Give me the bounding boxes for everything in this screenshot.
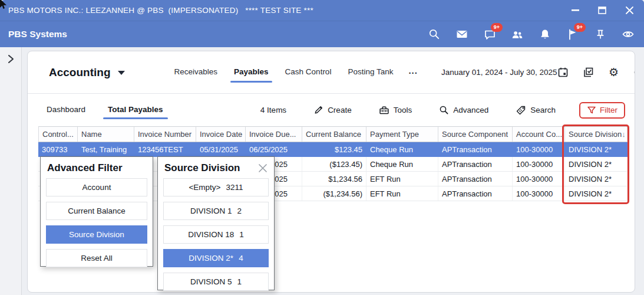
cell-name: Test, Training: [78, 142, 134, 156]
cell-payment-type: EFT Run: [366, 172, 438, 186]
sort-descending-icon: ↓: [622, 130, 627, 139]
cell-account-code: 100-30000: [513, 186, 565, 201]
column-header-control[interactable]: Control...: [38, 127, 78, 142]
division-option-2[interactable]: DIVISION 2* 4: [163, 249, 269, 267]
advanced-filter-panel: Advanced Filter Account Current Balance …: [40, 156, 153, 267]
module-tabs: Receivables Payables Cash Control Postin…: [173, 64, 418, 81]
pencil-icon: [313, 105, 323, 115]
side-rail: [0, 47, 22, 295]
filter-label: Filter: [600, 106, 617, 114]
mouse-cursor: [0, 0, 8, 11]
cell-account-code: 100-30000: [513, 172, 565, 186]
cell-source-component: APTransaction: [438, 186, 513, 201]
module-selector[interactable]: Accounting: [49, 66, 125, 79]
tab-dashboard[interactable]: Dashboard: [45, 100, 87, 120]
maximize-icon: [598, 6, 606, 14]
view-toolbar: Dashboard Total Payables 4 Items Create: [28, 94, 635, 126]
column-header-name[interactable]: Name: [78, 127, 134, 142]
tab-cash-control[interactable]: Cash Control: [284, 64, 333, 81]
tab-receivables[interactable]: Receivables: [173, 64, 219, 81]
filter-option-source-division[interactable]: Source Division: [46, 225, 147, 244]
cell-account-code: 100-30000: [513, 142, 565, 156]
tab-payables[interactable]: Payables: [233, 64, 270, 81]
chat-badge: 9+: [491, 23, 503, 32]
minimize-icon: [572, 9, 579, 11]
advanced-filter-title: Advanced Filter: [47, 162, 147, 174]
more-tabs-button[interactable]: ...: [408, 65, 418, 79]
maximize-button[interactable]: [592, 0, 612, 21]
search-button[interactable]: [428, 28, 441, 41]
tab-total-payables[interactable]: Total Payables: [107, 100, 164, 120]
app-header: PBS Systems 9+: [0, 21, 644, 47]
minimize-button[interactable]: [565, 0, 585, 21]
tools-button[interactable]: Tools: [379, 105, 412, 115]
cell-source-division: DIVISION 2*: [565, 172, 628, 186]
filter-option-account[interactable]: Account: [46, 178, 147, 196]
chat-button[interactable]: 9+: [483, 28, 496, 41]
cell-invoice-number: 123456TEST: [134, 142, 196, 156]
reset-all-button[interactable]: Reset All: [46, 249, 147, 267]
search-button-secondary[interactable]: Search: [516, 105, 556, 116]
column-header-current-balance[interactable]: Current Balance: [302, 127, 366, 142]
workspace: Accounting Receivables Payables Cash Con…: [0, 47, 644, 295]
tools-label: Tools: [394, 106, 412, 114]
popup-title: Source Division: [164, 162, 240, 174]
column-header-invoice-due[interactable]: Invoice Due...: [246, 127, 302, 142]
cell-invoice-due: 06/25/2025: [246, 142, 302, 156]
chevron-down-icon: [118, 71, 125, 75]
division-option-18[interactable]: DIVISION 18 1: [163, 225, 269, 244]
eye-icon: [622, 28, 635, 40]
notifications-button[interactable]: [539, 28, 551, 41]
multi-select-button[interactable]: [583, 67, 595, 78]
advanced-button[interactable]: Advanced: [439, 105, 488, 115]
visibility-button[interactable]: [622, 28, 635, 41]
column-header-account-code[interactable]: Account Co...: [513, 127, 565, 142]
column-header-source-division[interactable]: Source Division ↓: [565, 127, 628, 142]
create-button[interactable]: Create: [313, 105, 352, 115]
column-header-source-component[interactable]: Source Component: [438, 127, 513, 142]
toolbox-icon: [379, 105, 389, 115]
filter-button[interactable]: Filter: [579, 102, 625, 119]
close-button[interactable]: [619, 0, 639, 21]
flag-button[interactable]: 9+: [566, 28, 579, 41]
division-option-empty[interactable]: <Empty> 3211: [163, 178, 269, 196]
close-popup-button[interactable]: [258, 163, 267, 173]
magnifier-icon: [439, 105, 449, 115]
cell-current-balance: $123.45: [302, 142, 366, 156]
funnel-icon: [587, 106, 596, 115]
cell-current-balance: ($1,234.56): [302, 186, 366, 201]
mail-icon: [455, 28, 468, 41]
division-option-1[interactable]: DIVISION 1 2: [163, 202, 269, 220]
calendar-button[interactable]: [557, 67, 569, 78]
filter-option-current-balance[interactable]: Current Balance: [46, 202, 147, 220]
pin-icon: [595, 28, 606, 41]
date-range[interactable]: January 01, 2024 - July 30, 2025: [441, 68, 557, 77]
cell-payment-type: Cheque Run: [366, 142, 438, 156]
cell-source-component: APTransaction: [438, 142, 513, 156]
pin-button[interactable]: [594, 28, 607, 41]
mail-button[interactable]: [455, 28, 468, 41]
cell-source-division: DIVISION 2*: [565, 186, 628, 201]
refresh-icon: [633, 67, 635, 78]
window-title: PBS MOTORS INC.: LEEZANNEH @ PBS (IMPERS…: [8, 6, 313, 15]
team-button[interactable]: [511, 28, 524, 41]
flag-badge: 9+: [574, 23, 586, 32]
column-header-payment-type[interactable]: Payment Type: [366, 127, 438, 142]
cell-payment-type: Cheque Run: [366, 157, 438, 171]
column-header-invoice-number[interactable]: Invoice Number: [134, 127, 196, 142]
cell-source-division: DIVISION 2*: [565, 142, 628, 156]
tab-posting-tank[interactable]: Posting Tank: [346, 64, 394, 81]
calendar-icon: [557, 67, 569, 78]
toolbar-icons: ⚙: [557, 67, 635, 78]
window-titlebar: PBS MOTORS INC.: LEEZANNEH @ PBS (IMPERS…: [0, 0, 644, 21]
column-header-invoice-date[interactable]: Invoice Date: [196, 127, 246, 142]
app-header-icons: 9+ 9+: [428, 28, 635, 41]
table-row[interactable]: 309733 Test, Training 123456TEST 05/31/2…: [38, 142, 628, 157]
refresh-button[interactable]: [633, 67, 635, 78]
expand-sidebar-button[interactable]: [5, 54, 16, 64]
settings-button[interactable]: ⚙: [608, 67, 620, 78]
advanced-label: Advanced: [453, 106, 488, 114]
division-option-5[interactable]: DIVISION 5 1: [163, 273, 269, 291]
search-label: Search: [530, 106, 556, 114]
cell-payment-type: EFT Run: [366, 186, 438, 201]
